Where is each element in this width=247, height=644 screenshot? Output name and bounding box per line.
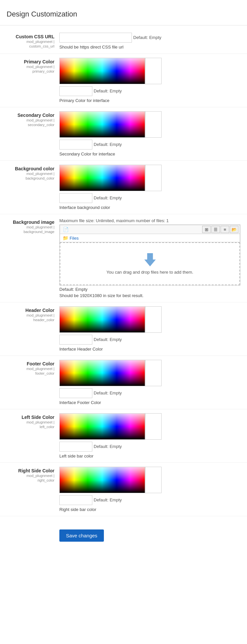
secondary-color-swatch[interactable]	[145, 111, 162, 138]
list-view-button[interactable]: ☰	[211, 226, 220, 233]
left-side-color-hint: Left side bar color	[59, 454, 240, 458]
left-side-color-label: Left Side Color mod_plugnmeet | left_col…	[7, 413, 59, 429]
primary-color-swatch[interactable]	[145, 58, 162, 84]
files-tab-label[interactable]: Files	[70, 236, 78, 241]
left-side-color-row: Left Side Color mod_plugnmeet | left_col…	[0, 409, 247, 463]
right-side-color-default: Default: Empty	[94, 495, 122, 505]
primary-color-content: Default: Empty Primary Color for interfa…	[59, 58, 240, 103]
footer-color-gradient[interactable]	[59, 360, 145, 386]
secondary-color-canvas[interactable]	[60, 112, 145, 137]
drop-hint-text: You can drag and drop files here to add …	[107, 270, 193, 275]
left-side-color-input[interactable]	[59, 442, 92, 452]
background-color-default: Default: Empty	[94, 193, 122, 203]
left-side-color-default: Default: Empty	[94, 442, 122, 452]
secondary-color-content: Default: Empty Secondary Color for inter…	[59, 111, 240, 156]
footer-color-row: Footer Color mod_plugnmeet | footer_colo…	[0, 356, 247, 409]
header-color-content: Default: Empty Interface Header Color	[59, 306, 240, 352]
custom-css-content: Default: Empty Should be https direct CS…	[59, 33, 240, 50]
background-image-content: Maximum file size: Unlimited, maximum nu…	[59, 218, 240, 298]
secondary-color-picker[interactable]	[59, 111, 240, 138]
background-color-row: Background color mod_plugnmeet | backgro…	[0, 161, 247, 214]
footer-color-hint: Interface Footer Color	[59, 400, 240, 405]
details-view-button[interactable]: ≡	[221, 226, 229, 233]
left-side-color-picker[interactable]	[59, 413, 240, 440]
secondary-color-row: Secondary Color mod_plugnmeet | secondar…	[0, 107, 247, 161]
custom-css-row: Custom CSS URL mod_plugnmeet | custom_cs…	[0, 29, 247, 54]
custom-css-input[interactable]	[59, 33, 132, 43]
header-color-swatch[interactable]	[145, 306, 162, 333]
secondary-color-hint: Secondary Color for interface	[59, 152, 240, 156]
header-color-picker[interactable]	[59, 306, 240, 333]
footer-color-swatch[interactable]	[145, 360, 162, 386]
background-color-gradient[interactable]	[59, 165, 145, 191]
save-changes-button[interactable]: Save changes	[59, 529, 104, 542]
footer-color-input[interactable]	[59, 388, 92, 398]
background-image-hint: Should be 1920X1080 in size for best res…	[59, 293, 240, 298]
background-color-label: Background color mod_plugnmeet | backgro…	[7, 165, 59, 181]
custom-css-hint: Should be https direct CSS file url	[59, 45, 240, 50]
custom-css-default: Default: Empty	[133, 33, 161, 43]
footer-color-default: Default: Empty	[94, 388, 122, 398]
footer-color-canvas[interactable]	[60, 360, 145, 386]
file-dropzone[interactable]: You can drag and drop files here to add …	[60, 242, 240, 285]
svg-marker-0	[144, 253, 156, 266]
left-side-color-swatch[interactable]	[145, 413, 162, 440]
background-color-content: Default: Empty Interface background colo…	[59, 165, 240, 210]
drop-arrow-icon	[143, 253, 157, 266]
secondary-color-gradient[interactable]	[59, 111, 145, 138]
header-color-row: Header Color mod_plugnmeet | header_colo…	[0, 302, 247, 356]
background-color-swatch[interactable]	[145, 165, 162, 191]
primary-color-gradient[interactable]	[59, 58, 145, 84]
right-side-color-label: Right Side Color mod_plugnmeet | right_c…	[7, 467, 59, 483]
left-side-color-canvas[interactable]	[60, 414, 145, 439]
right-side-color-input[interactable]	[59, 495, 92, 505]
primary-color-picker[interactable]	[59, 58, 240, 84]
right-side-color-swatch[interactable]	[145, 467, 162, 493]
footer-color-content: Default: Empty Interface Footer Color	[59, 360, 240, 405]
background-color-picker[interactable]	[59, 165, 240, 191]
right-side-color-gradient[interactable]	[59, 467, 145, 493]
file-max-text: Maximum file size: Unlimited, maximum nu…	[59, 218, 240, 223]
files-tab[interactable]: 📁 Files	[60, 234, 240, 242]
header-color-canvas[interactable]	[60, 307, 145, 332]
header-color-gradient[interactable]	[59, 306, 145, 333]
right-side-color-row: Right Side Color mod_plugnmeet | right_c…	[0, 463, 247, 516]
secondary-color-default: Default: Empty	[94, 140, 122, 150]
primary-color-row: Primary Color mod_plugnmeet | primary_co…	[0, 54, 247, 107]
background-image-row: Background image mod_plugnmeet | backgro…	[0, 214, 247, 302]
right-side-color-canvas[interactable]	[60, 467, 145, 493]
primary-color-default: Default: Empty	[94, 86, 122, 96]
file-doc-icon[interactable]: 📄	[61, 226, 70, 233]
right-side-color-picker[interactable]	[59, 467, 240, 493]
background-color-canvas[interactable]	[60, 165, 145, 191]
right-side-color-content: Default: Empty Right side bar color	[59, 467, 240, 512]
background-color-input[interactable]	[59, 193, 92, 203]
header-color-input[interactable]	[59, 335, 92, 345]
header-color-label: Header Color mod_plugnmeet | header_colo…	[7, 306, 59, 322]
file-toolbar: 📄 ⊞ ☰ ≡ 📂	[60, 225, 240, 234]
left-side-color-content: Default: Empty Left side bar color	[59, 413, 240, 458]
footer-color-picker[interactable]	[59, 360, 240, 386]
footer-color-label: Footer Color mod_plugnmeet | footer_colo…	[7, 360, 59, 376]
folder-icon-button[interactable]: 📂	[230, 226, 238, 233]
header-color-hint: Interface Header Color	[59, 347, 240, 352]
primary-color-label: Primary Color mod_plugnmeet | primary_co…	[7, 58, 59, 74]
primary-color-canvas[interactable]	[60, 58, 145, 84]
custom-css-label: Custom CSS URL mod_plugnmeet | custom_cs…	[7, 33, 59, 49]
secondary-color-label: Secondary Color mod_plugnmeet | secondar…	[7, 111, 59, 127]
page-title: Design Customization	[0, 7, 247, 25]
header-color-default: Default: Empty	[94, 335, 122, 345]
background-image-default: Default: Empty	[59, 287, 240, 292]
secondary-color-input[interactable]	[59, 140, 92, 150]
background-image-label: Background image mod_plugnmeet | backgro…	[7, 218, 59, 234]
primary-color-input[interactable]	[59, 86, 92, 96]
grid-view-button[interactable]: ⊞	[202, 226, 211, 233]
right-side-color-hint: Right side bar color	[59, 507, 240, 512]
background-color-hint: Interface background color	[59, 205, 240, 210]
left-side-color-gradient[interactable]	[59, 413, 145, 440]
primary-color-hint: Primary Color for interface	[59, 98, 240, 103]
folder-tab-icon: 📁	[63, 235, 68, 241]
